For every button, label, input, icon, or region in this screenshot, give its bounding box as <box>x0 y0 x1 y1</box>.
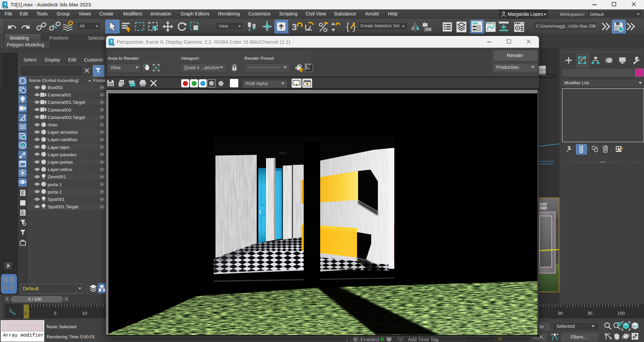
svg-text:{: { <box>346 21 349 32</box>
svg-text:A: A <box>155 66 158 70</box>
svg-text:3: 3 <box>292 22 297 32</box>
svg-text:MAX: MAX <box>4 7 7 8</box>
svg-text:3: 3 <box>110 39 112 43</box>
svg-text:MAX: MAX <box>110 44 113 46</box>
svg-text:3: 3 <box>4 2 6 6</box>
svg-text:}: } <box>352 21 356 32</box>
